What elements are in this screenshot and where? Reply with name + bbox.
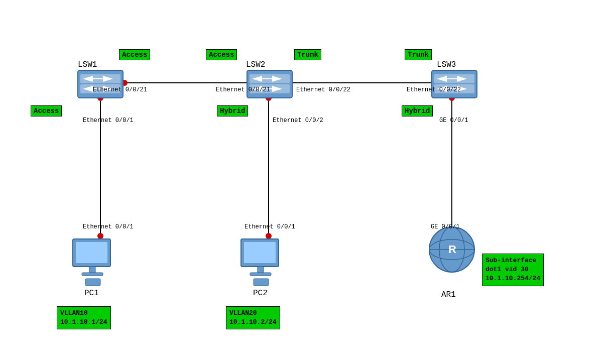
- badge-lsw1-access-top: Access: [119, 49, 150, 60]
- ar1-label: AR1: [441, 290, 456, 299]
- ar1-subif-info: Sub-interface dot1 vid 30 10.1.10.254/24: [482, 254, 544, 286]
- svg-text:LSW2: LSW2: [246, 60, 265, 69]
- port-lsw1-eth01-top: Ethernet 0/0/1: [83, 117, 134, 124]
- badge-lsw2-access-top: Access: [206, 49, 237, 60]
- svg-rect-44: [76, 242, 107, 263]
- svg-rect-46: [82, 273, 103, 276]
- port-ar1-ge01: GE 0/0/1: [431, 223, 460, 230]
- svg-rect-51: [250, 273, 271, 276]
- badge-lsw2-trunk: Trunk: [294, 49, 321, 60]
- badge-lsw3-hybrid: Hybrid: [402, 105, 433, 116]
- port-lsw2-eth02-top: Ethernet 0/0/2: [273, 117, 323, 124]
- svg-point-11: [97, 233, 103, 239]
- badge-lsw2-hybrid: Hybrid: [217, 105, 248, 116]
- pc2-label: PC2: [253, 289, 268, 298]
- svg-text:LSW1: LSW1: [78, 60, 97, 69]
- svg-rect-49: [244, 242, 276, 263]
- port-pc2-eth01: Ethernet 0/0/1: [245, 223, 295, 230]
- svg-point-13: [266, 233, 272, 239]
- port-lsw3-ge01-top: GE 0/0/1: [439, 117, 468, 124]
- svg-text:R: R: [448, 243, 456, 256]
- pc1-label: PC1: [84, 289, 99, 298]
- pc2-vlan-info: VLLAN20 10.1.10.2/24: [226, 306, 280, 329]
- badge-lsw3-trunk: Trunk: [405, 49, 432, 60]
- port-lsw2-eth022-right: Ethernet 0/0/22: [296, 86, 350, 93]
- pc1-vlan-info: VLLAN10 10.1.10.1/24: [57, 306, 111, 329]
- network-diagram: R LSW1 LSW2 LSW3 Access Access Trunk Tru…: [0, 0, 609, 364]
- svg-rect-47: [85, 279, 100, 286]
- port-lsw2-eth021-left: Ethernet 0/0/21: [216, 86, 270, 93]
- svg-text:LSW3: LSW3: [437, 60, 456, 69]
- port-lsw3-eth022-left: Ethernet 0/0/22: [407, 86, 461, 93]
- svg-rect-52: [254, 279, 269, 286]
- badge-lsw1-access-side: Access: [31, 105, 62, 116]
- port-lsw1-eth021-right: Ethernet 0/0/21: [93, 86, 147, 93]
- port-pc1-eth01: Ethernet 0/0/1: [83, 223, 134, 230]
